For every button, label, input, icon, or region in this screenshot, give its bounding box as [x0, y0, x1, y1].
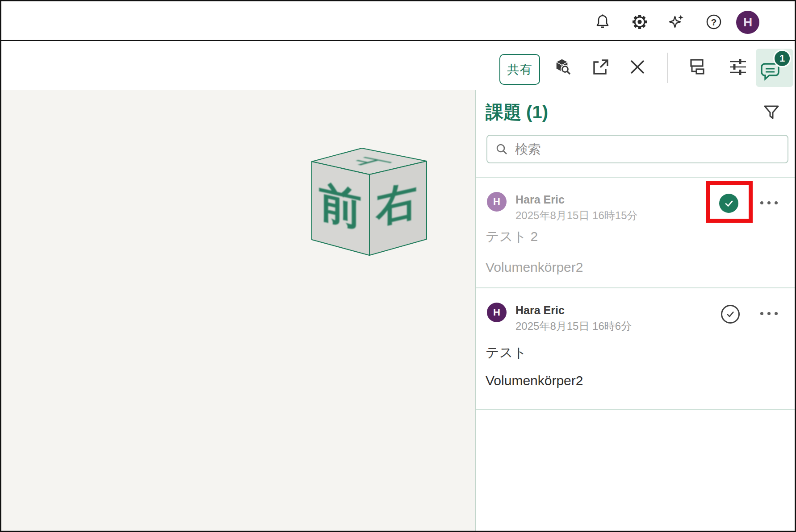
svg-text:?: ?: [711, 17, 717, 27]
open-external-icon[interactable]: [591, 57, 611, 77]
comments-count-badge: 1: [773, 50, 791, 67]
help-icon[interactable]: ?: [705, 13, 723, 31]
comment-avatar: H: [487, 303, 507, 322]
model-search-icon[interactable]: [553, 57, 573, 77]
comment-target-part: Volumenkörper2: [486, 260, 583, 275]
panel-divider: [476, 287, 795, 288]
view-cube-front-label: 前: [319, 177, 362, 234]
comment-author: Hara Eric: [515, 193, 565, 206]
panel-divider: [476, 177, 795, 178]
top-bar: ? H: [1, 1, 795, 40]
panel-divider: [476, 409, 795, 410]
model-viewport[interactable]: 前 右 上: [1, 90, 475, 531]
comment-text: テスト 2: [486, 228, 538, 246]
toolbar-divider: [667, 53, 668, 83]
gear-icon[interactable]: [631, 13, 649, 31]
avatar-initial: H: [493, 196, 500, 208]
comment-avatar: H: [487, 192, 507, 212]
badge-count: 1: [779, 53, 785, 64]
app-window: ? H 共有: [0, 0, 796, 532]
avatar-initial: H: [743, 15, 752, 29]
search-box: [486, 135, 788, 163]
view-cube-right-label: 右: [375, 176, 417, 232]
comment-author: Hara Eric: [515, 304, 565, 317]
search-icon: [495, 143, 508, 155]
comment-menu-button[interactable]: [758, 309, 780, 318]
comment-text: テスト: [486, 344, 527, 362]
close-icon[interactable]: [628, 57, 647, 77]
share-button[interactable]: 共有: [499, 54, 540, 85]
bell-icon[interactable]: [594, 13, 612, 31]
view-cube[interactable]: 前 右 上: [295, 142, 442, 267]
check-icon: [724, 198, 734, 209]
user-avatar[interactable]: H: [736, 11, 759, 34]
comment-target-part: Volumenkörper2: [486, 373, 583, 388]
document-structure-icon[interactable]: [687, 57, 706, 77]
resolve-button-unchecked[interactable]: [721, 305, 740, 324]
issues-panel: 課題 (1) H Hara Eric 2025年8月15日 16時15分: [475, 90, 795, 531]
comment-menu-button[interactable]: [758, 199, 780, 207]
display-settings-icon[interactable]: [728, 57, 748, 77]
avatar-initial: H: [493, 307, 500, 318]
sparkles-icon[interactable]: [667, 13, 685, 31]
filter-icon[interactable]: [762, 104, 780, 121]
search-input[interactable]: [514, 141, 783, 157]
check-icon: [725, 309, 735, 319]
panel-title: 課題 (1): [486, 100, 548, 125]
comment-timestamp: 2025年8月15日 16時15分: [515, 208, 638, 223]
document-toolbar: [1, 41, 795, 89]
comment-timestamp: 2025年8月15日 16時6分: [515, 319, 632, 333]
resolve-button-checked[interactable]: [719, 194, 738, 213]
